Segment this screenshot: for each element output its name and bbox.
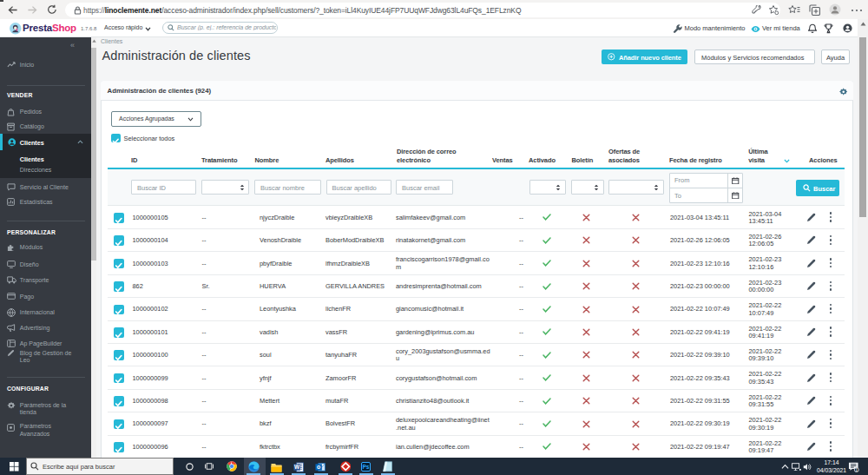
svg-text:W: W — [294, 464, 300, 470]
svg-text:1: 1 — [855, 467, 858, 472]
svg-text:o: o — [317, 464, 320, 470]
